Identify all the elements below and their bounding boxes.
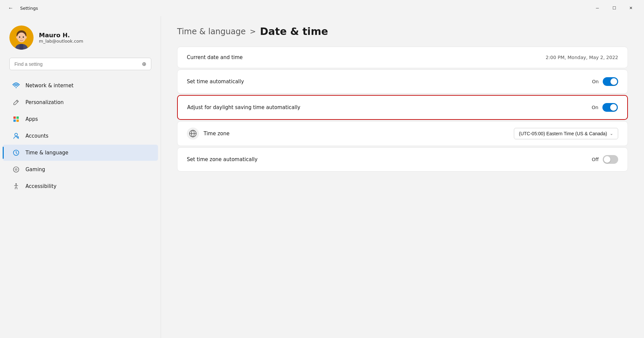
wifi-icon xyxy=(12,82,20,90)
timezone-select[interactable]: (UTC-05:00) Eastern Time (US & Canada) ⌄ xyxy=(514,128,618,139)
sidebar-item-accessibility[interactable]: Accessibility xyxy=(3,178,158,194)
svg-rect-11 xyxy=(16,116,19,119)
timezone-left: Time zone xyxy=(187,128,229,140)
current-date-time-card: Current date and time 2:00 PM, Monday, M… xyxy=(177,47,628,68)
sidebar-item-gaming[interactable]: Gaming xyxy=(3,161,158,178)
search-input[interactable] xyxy=(14,61,139,67)
sidebar-item-personalization[interactable]: Personalization xyxy=(3,94,158,110)
svg-rect-12 xyxy=(13,119,16,122)
search-box: ⊕ xyxy=(9,58,151,70)
set-time-auto-toggle-label: On xyxy=(592,79,599,84)
timezone-value: (UTC-05:00) Eastern Time (US & Canada) xyxy=(519,131,607,136)
set-time-auto-card: Set time automatically On xyxy=(177,69,628,94)
set-timezone-auto-toggle-label: Off xyxy=(592,157,599,162)
svg-point-7 xyxy=(16,36,18,39)
search-icon[interactable]: ⊕ xyxy=(142,61,146,67)
svg-point-14 xyxy=(15,133,17,136)
sidebar-item-time[interactable]: Time & language xyxy=(3,145,158,161)
timezone-label: Time zone xyxy=(204,131,229,137)
close-button[interactable]: ✕ xyxy=(623,3,639,13)
titlebar: ← Settings ─ ☐ ✕ xyxy=(0,0,644,16)
daylight-saving-toggle-label: On xyxy=(592,105,598,110)
set-time-auto-track xyxy=(603,77,618,86)
sidebar-item-network[interactable]: Network & internet xyxy=(3,78,158,94)
accessibility-icon xyxy=(12,182,20,190)
sidebar-item-apps[interactable]: Apps xyxy=(3,111,158,127)
current-date-time-label: Current date and time xyxy=(187,54,243,60)
svg-point-6 xyxy=(21,38,22,39)
svg-point-20 xyxy=(15,183,17,185)
breadcrumb-parent: Time & language xyxy=(177,27,246,36)
timezone-card: Time zone (UTC-05:00) Eastern Time (US &… xyxy=(177,121,628,146)
set-time-auto-label: Set time automatically xyxy=(187,79,244,85)
set-timezone-auto-right: Off xyxy=(592,155,618,164)
titlebar-left: ← Settings xyxy=(5,4,38,12)
sidebar-item-personalization-label: Personalization xyxy=(25,99,64,105)
pencil-icon xyxy=(12,98,20,106)
sidebar: Mauro H. m_lab@outlook.com ⊕ xyxy=(0,16,161,338)
app-body: Mauro H. m_lab@outlook.com ⊕ xyxy=(0,16,644,338)
user-info: Mauro H. m_lab@outlook.com xyxy=(39,32,83,44)
back-button[interactable]: ← xyxy=(5,4,16,12)
svg-rect-3 xyxy=(20,44,23,50)
avatar xyxy=(9,26,34,50)
svg-point-9 xyxy=(16,87,17,88)
titlebar-controls: ─ ☐ ✕ xyxy=(590,3,639,13)
set-time-auto-right: On xyxy=(592,77,618,86)
apps-icon xyxy=(12,115,20,123)
svg-point-19 xyxy=(16,169,16,170)
breadcrumb-separator: > xyxy=(250,27,256,36)
set-timezone-auto-toggle[interactable] xyxy=(603,155,618,164)
set-timezone-auto-track xyxy=(603,155,618,164)
daylight-saving-thumb xyxy=(610,104,617,111)
breadcrumb-current: Date & time xyxy=(260,26,328,37)
sidebar-item-accounts-label: Accounts xyxy=(25,133,48,139)
daylight-saving-track xyxy=(602,103,618,112)
chevron-down-icon: ⌄ xyxy=(610,131,613,136)
sidebar-item-accounts[interactable]: Accounts xyxy=(3,128,158,144)
user-name: Mauro H. xyxy=(39,32,83,39)
set-time-auto-thumb xyxy=(610,78,617,85)
svg-point-4 xyxy=(19,36,20,38)
maximize-button[interactable]: ☐ xyxy=(606,3,622,13)
set-time-auto-toggle[interactable] xyxy=(603,77,618,86)
sidebar-item-time-label: Time & language xyxy=(25,150,68,156)
svg-rect-13 xyxy=(16,119,19,122)
gaming-icon xyxy=(12,165,20,174)
daylight-saving-right: On xyxy=(592,103,618,112)
person-icon xyxy=(12,132,20,140)
nav-list: Network & internet Personalization xyxy=(0,77,161,333)
timezone-icon xyxy=(187,128,199,140)
set-timezone-auto-label: Set time zone automatically xyxy=(187,156,258,162)
set-timezone-auto-thumb xyxy=(604,156,610,163)
titlebar-title: Settings xyxy=(20,6,38,11)
svg-point-5 xyxy=(23,36,24,38)
set-timezone-auto-card: Set time zone automatically Off xyxy=(177,147,628,172)
breadcrumb: Time & language > Date & time xyxy=(177,26,628,37)
minimize-button[interactable]: ─ xyxy=(590,3,605,13)
sidebar-item-accessibility-label: Accessibility xyxy=(25,183,56,189)
user-section: Mauro H. m_lab@outlook.com xyxy=(0,21,161,58)
sidebar-item-network-label: Network & internet xyxy=(25,83,73,89)
main-content: Time & language > Date & time Current da… xyxy=(161,16,644,338)
clock-icon xyxy=(12,149,20,157)
current-date-time-value: 2:00 PM, Monday, May 2, 2022 xyxy=(546,55,618,60)
search-container: ⊕ xyxy=(0,58,161,77)
daylight-saving-toggle[interactable] xyxy=(602,103,618,112)
sidebar-item-gaming-label: Gaming xyxy=(25,166,45,173)
svg-rect-10 xyxy=(13,116,16,119)
daylight-saving-label: Adjust for daylight saving time automati… xyxy=(187,104,300,110)
daylight-saving-card: Adjust for daylight saving time automati… xyxy=(177,95,628,120)
svg-point-8 xyxy=(25,36,26,39)
sidebar-item-apps-label: Apps xyxy=(25,116,38,122)
user-email: m_lab@outlook.com xyxy=(39,39,83,44)
